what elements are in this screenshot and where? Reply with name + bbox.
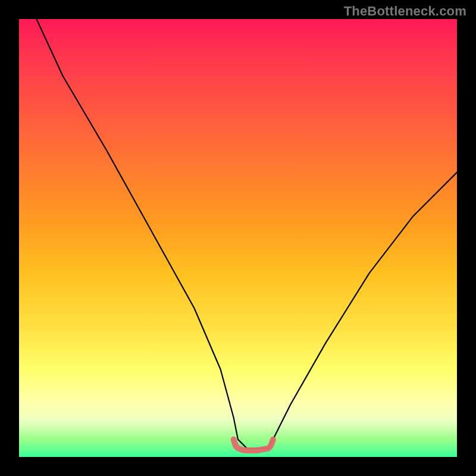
chart-overlay (19, 19, 457, 457)
attribution-text: TheBottleneck.com (344, 4, 466, 19)
chart-frame: TheBottleneck.com (0, 0, 476, 476)
bottleneck-curve (36, 19, 457, 448)
plot-area (19, 19, 457, 457)
